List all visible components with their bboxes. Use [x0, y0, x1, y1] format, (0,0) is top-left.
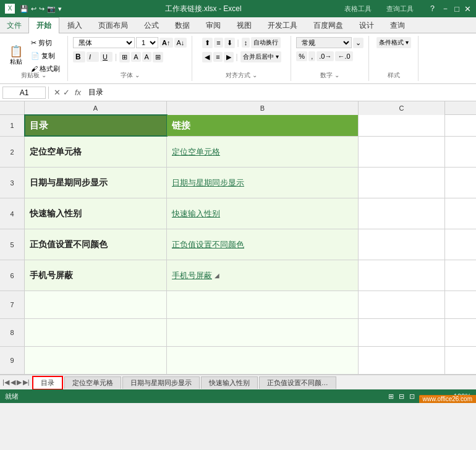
cell-b4[interactable]: 快速输入性别 [167, 198, 359, 229]
comma-btn[interactable]: , [308, 51, 315, 61]
italic-btn[interactable]: I [87, 52, 99, 62]
sheet-nav-next[interactable]: ▶ [17, 378, 22, 386]
sheet-tab-riqi[interactable]: 日期与星期同步显示 [122, 376, 200, 389]
font-color-btn[interactable]: A [142, 52, 151, 62]
cell-b1[interactable]: 链接 [167, 115, 359, 136]
cell-b8[interactable] [167, 319, 359, 346]
tab-review[interactable]: 审阅 [198, 17, 229, 33]
fill-color-btn[interactable]: A [131, 52, 140, 62]
cell-a4[interactable]: 快速输入性别 [25, 198, 167, 229]
merge-btn[interactable]: 合并后居中 ▾ [240, 51, 281, 62]
col-header-b[interactable]: B [167, 101, 359, 115]
cell-c4[interactable] [359, 198, 445, 229]
font-name-selector[interactable]: 黑体 [73, 37, 135, 48]
view-normal-icon[interactable]: ⊞ [388, 393, 394, 401]
cell-b5[interactable]: 正负值设置不同颜色 [167, 229, 359, 260]
minimize-btn[interactable]: － [441, 3, 449, 14]
cell-a2[interactable]: 定位空单元格 [25, 137, 167, 167]
help-icon[interactable]: ？ [428, 3, 436, 14]
align-top-btn[interactable]: ⬆ [202, 38, 213, 48]
align-center-btn[interactable]: ≡ [213, 52, 222, 62]
cell-c2[interactable] [359, 137, 445, 167]
cell-a6[interactable]: 手机号屏蔽 [25, 260, 167, 291]
cell-a7[interactable] [25, 291, 167, 318]
quick-access-save[interactable]: 💾 [20, 5, 28, 13]
cell-c5[interactable] [359, 229, 445, 260]
tab-page-layout[interactable]: 页面布局 [90, 17, 136, 33]
quick-access-screenshot[interactable]: 📷 [47, 5, 56, 13]
tab-design[interactable]: 设计 [351, 17, 382, 33]
tab-home[interactable]: 开始 [28, 17, 59, 33]
tab-developer[interactable]: 开发工具 [260, 17, 305, 33]
cell-c7[interactable] [359, 291, 445, 318]
tab-baidu[interactable]: 百度网盘 [305, 17, 351, 33]
view-pagebreak-icon[interactable]: ⊡ [409, 393, 415, 401]
bold-btn[interactable]: B [73, 51, 85, 62]
cell-b6[interactable]: 手机号屏蔽 ◢ [167, 260, 359, 291]
cancel-formula-icon[interactable]: ✕ [54, 88, 61, 97]
tab-formula[interactable]: 公式 [136, 17, 167, 33]
link-b4[interactable]: 快速输入性别 [172, 208, 220, 219]
align-middle-btn[interactable]: ≡ [214, 38, 223, 48]
tab-file[interactable]: 文件 [0, 17, 28, 33]
conditional-format-btn[interactable]: 条件格式 ▾ [376, 37, 411, 48]
cell-b3[interactable]: 日期与星期同步显示 [167, 168, 359, 198]
cell-a5[interactable]: 正负值设置不同颜色 [25, 229, 167, 260]
sheet-tab-zhengfu[interactable]: 正负值设置不同颜… [259, 376, 336, 389]
tab-view[interactable]: 视图 [229, 17, 260, 33]
cell-a8[interactable] [25, 319, 167, 346]
link-b6[interactable]: 手机号屏蔽 [172, 270, 212, 281]
cell-c8[interactable] [359, 319, 445, 346]
sheet-tab-kuaisu[interactable]: 快速输入性别 [201, 376, 258, 389]
copy-btn[interactable]: 📄 复制 [28, 50, 62, 62]
cell-c9[interactable] [359, 347, 445, 374]
formula-fx-icon[interactable]: fx [75, 88, 81, 97]
link-b2[interactable]: 定位空单元格 [172, 146, 220, 158]
border-btn[interactable]: ⊞ [119, 52, 130, 62]
align-left-btn[interactable]: ◀ [202, 52, 212, 62]
font-grow-btn[interactable]: A↑ [159, 38, 172, 48]
increase-decimal-btn[interactable]: .0→ [317, 51, 334, 61]
cell-b2[interactable]: 定位空单元格 [167, 137, 359, 167]
sheet-tab-mulu[interactable]: 目录 [32, 376, 63, 390]
cell-c1[interactable] [359, 115, 445, 136]
align-bottom-btn[interactable]: ⬇ [224, 38, 235, 48]
sheet-tab-dingwei[interactable]: 定位空单元格 [64, 376, 121, 389]
tab-insert[interactable]: 插入 [59, 17, 90, 33]
cell-a1[interactable]: 目录 [25, 115, 167, 136]
font-size-selector[interactable]: 14 [136, 37, 158, 48]
format-cells-btn[interactable]: ⊞ [153, 52, 163, 62]
paste-btn[interactable]: 📋 粘贴 [5, 44, 27, 68]
wrap-text-btn[interactable]: 自动换行 [251, 37, 281, 48]
number-format-selector[interactable]: 常规 [296, 37, 352, 48]
link-b5[interactable]: 正负值设置不同颜色 [172, 239, 244, 250]
cell-b9[interactable] [167, 347, 359, 374]
cell-b7[interactable] [167, 291, 359, 318]
close-btn[interactable]: ✕ [464, 4, 471, 14]
quick-access-undo[interactable]: ↩ [31, 5, 36, 13]
cell-c6[interactable] [359, 260, 445, 291]
sheet-nav-last[interactable]: ▶| [23, 378, 30, 386]
col-header-a[interactable]: A [25, 101, 167, 115]
view-layout-icon[interactable]: ⊟ [399, 393, 404, 401]
sheet-nav-prev[interactable]: ◀ [11, 378, 15, 386]
formula-input[interactable] [86, 87, 474, 98]
quick-access-redo[interactable]: ↪ [39, 5, 45, 13]
underline-btn[interactable]: U [100, 52, 113, 62]
tab-query[interactable]: 查询 [382, 17, 413, 33]
cell-reference-input[interactable]: A1 [2, 87, 46, 99]
link-b3[interactable]: 日期与星期同步显示 [172, 177, 244, 189]
text-direction-btn[interactable]: ↕ [242, 38, 250, 48]
number-expand-btn[interactable]: ⌄ [353, 38, 363, 48]
percent-btn[interactable]: % [296, 51, 307, 61]
cut-btn[interactable]: ✂ 剪切 [28, 37, 62, 49]
cell-a3[interactable]: 日期与星期同步显示 [25, 168, 167, 198]
cell-c3[interactable] [359, 168, 445, 198]
font-shrink-btn[interactable]: A↓ [174, 38, 187, 48]
col-header-c[interactable]: C [359, 101, 445, 115]
tab-data[interactable]: 数据 [167, 17, 198, 33]
confirm-formula-icon[interactable]: ✓ [63, 88, 70, 97]
sheet-nav-first[interactable]: |◀ [2, 378, 9, 386]
align-right-btn[interactable]: ▶ [224, 52, 234, 62]
decrease-decimal-btn[interactable]: ←.0 [335, 51, 352, 61]
